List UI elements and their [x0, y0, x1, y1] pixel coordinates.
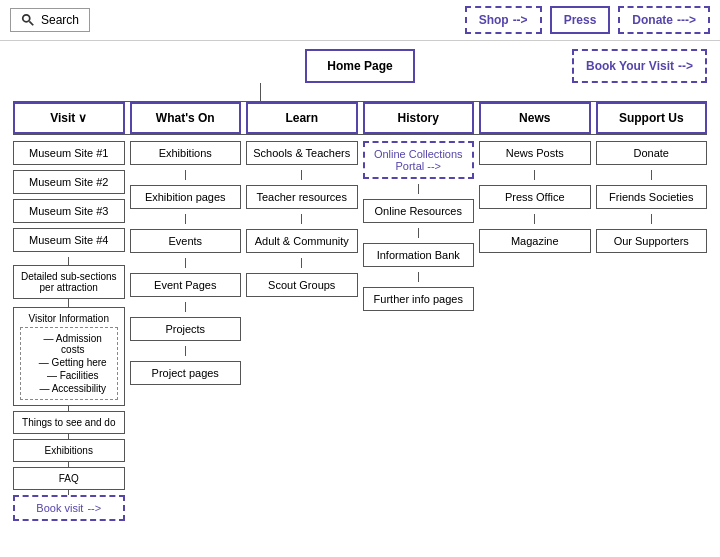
home-center: Home Page	[133, 49, 587, 83]
book-visit-node[interactable]: Book visit -->	[13, 495, 125, 521]
visit-sites: Museum Site #1 Museum Site #2 Museum Sit…	[13, 141, 125, 252]
header: Search Shop --> Press Donate --->	[0, 0, 720, 41]
project-pages-node: Project pages	[130, 361, 242, 385]
site3-node: Museum Site #3	[13, 199, 125, 223]
search-icon	[21, 13, 35, 27]
nav-visit[interactable]: Visit ∨	[13, 102, 125, 134]
nav-bottom-hline	[13, 134, 707, 135]
nav-whats-on[interactable]: What's On	[130, 102, 242, 134]
news-posts-node: News Posts	[479, 141, 591, 165]
home-row: Home Page Book Your Visit -->	[8, 49, 712, 83]
press-button[interactable]: Press	[550, 6, 611, 34]
donate-node: Donate	[596, 141, 708, 165]
schools-node: Schools & Teachers	[246, 141, 358, 165]
visitor-info-inner: Admission costs Getting here Facilities …	[20, 327, 118, 400]
news-column: News Posts Press Office Magazine	[479, 141, 591, 253]
svg-point-0	[23, 15, 30, 22]
further-info-node: Further info pages	[363, 287, 475, 311]
accessibility-item: Accessibility	[27, 382, 111, 395]
top-hline-container	[13, 101, 707, 102]
learn-column: Schools & Teachers Teacher resources Adu…	[246, 141, 358, 297]
nav-support-us[interactable]: Support Us	[596, 102, 708, 134]
exhibition-pages: Exhibition pages	[130, 185, 242, 209]
content-columns: Museum Site #1 Museum Site #2 Museum Sit…	[13, 141, 707, 521]
svg-line-1	[29, 21, 33, 25]
adult-community-node: Adult & Community	[246, 229, 358, 253]
information-bank-node: Information Bank	[363, 243, 475, 267]
home-vline	[8, 83, 712, 101]
online-resources-node: Online Resources	[363, 199, 475, 223]
getting-here-item: Getting here	[27, 356, 111, 369]
shop-button[interactable]: Shop -->	[465, 6, 542, 34]
history-column: Online Collections Portal --> Online Res…	[363, 141, 475, 311]
book-your-visit-button[interactable]: Book Your Visit -->	[572, 49, 707, 83]
nav-sections: Visit ∨ What's On Learn History News Sup…	[13, 102, 707, 134]
visit-panel: Museum Site #1 Museum Site #2 Museum Sit…	[13, 141, 125, 252]
search-label: Search	[41, 13, 79, 27]
things-node: Things to see and do	[13, 411, 125, 434]
sub-sections-box: Detailed sub-sections per attraction	[13, 265, 125, 299]
visit-column: Museum Site #1 Museum Site #2 Museum Sit…	[13, 141, 125, 521]
faq-node: FAQ	[13, 467, 125, 490]
admission-item: Admission costs	[27, 332, 111, 356]
press-office-node: Press Office	[479, 185, 591, 209]
events-node: Events	[130, 229, 242, 253]
nav-news[interactable]: News	[479, 102, 591, 134]
donate-button[interactable]: Donate --->	[618, 6, 710, 34]
home-page-box: Home Page	[305, 49, 414, 83]
search-box[interactable]: Search	[10, 8, 90, 32]
sitemap: Home Page Book Your Visit --> Visit ∨	[0, 41, 720, 529]
friends-societies-node: Friends Societies	[596, 185, 708, 209]
app-container: Search Shop --> Press Donate ---> Home P…	[0, 0, 720, 529]
visitor-info-box: Visitor Information Admission costs Gett…	[13, 307, 125, 406]
support-column: Donate Friends Societies Our Supporters	[596, 141, 708, 253]
facilities-item: Facilities	[27, 369, 111, 382]
magazine-node: Magazine	[479, 229, 591, 253]
visit-detail-vline	[68, 257, 69, 265]
online-collections-node[interactable]: Online Collections Portal -->	[363, 141, 475, 179]
scout-groups-node: Scout Groups	[246, 273, 358, 297]
event-pages-node: Event Pages	[130, 273, 242, 297]
detail-to-info-vline	[68, 299, 69, 307]
whats-on-column: Exhibitions Exhibition pages Events Even…	[130, 141, 242, 385]
visit-detail-area: Detailed sub-sections per attraction Vis…	[13, 257, 125, 521]
site1-node: Museum Site #1	[13, 141, 125, 165]
exhibitions-node: Exhibitions	[13, 439, 125, 462]
exhibitions-main: Exhibitions	[130, 141, 242, 165]
nav-learn[interactable]: Learn	[246, 102, 358, 134]
site2-node: Museum Site #2	[13, 170, 125, 194]
site4-node: Museum Site #4	[13, 228, 125, 252]
teacher-resources-node: Teacher resources	[246, 185, 358, 209]
projects-node: Projects	[130, 317, 242, 341]
nav-history[interactable]: History	[363, 102, 475, 134]
our-supporters-node: Our Supporters	[596, 229, 708, 253]
